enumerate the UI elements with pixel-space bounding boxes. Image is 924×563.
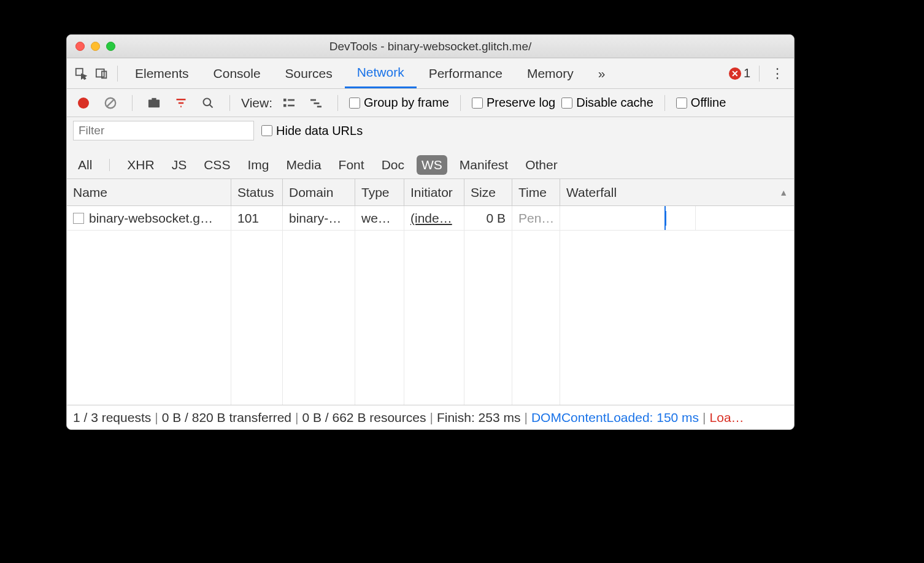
col-status[interactable]: Status bbox=[231, 179, 283, 205]
col-type[interactable]: Type bbox=[355, 179, 404, 205]
col-size[interactable]: Size bbox=[464, 179, 512, 205]
status-dcl: DOMContentLoaded: 150 ms bbox=[531, 410, 699, 425]
table-body: binary-websocket.g… 101 binary-… we… (in… bbox=[67, 206, 794, 405]
svg-rect-6 bbox=[152, 98, 156, 100]
svg-rect-1 bbox=[96, 69, 104, 77]
filter-input[interactable] bbox=[73, 121, 254, 140]
filter-other[interactable]: Other bbox=[520, 155, 563, 175]
col-time[interactable]: Time bbox=[512, 179, 560, 205]
filter-media[interactable]: Media bbox=[281, 155, 326, 175]
tab-elements[interactable]: Elements bbox=[123, 58, 201, 88]
waterfall-marker bbox=[664, 206, 666, 230]
table-header: Name Status Domain Type Initiator Size T… bbox=[67, 179, 794, 206]
more-options-icon[interactable]: ⋮ bbox=[764, 66, 790, 82]
divider bbox=[117, 66, 118, 82]
cell-size: 0 B bbox=[464, 206, 512, 230]
preserve-log-checkbox[interactable]: Preserve log bbox=[472, 96, 555, 110]
hide-data-urls-checkbox[interactable]: Hide data URLs bbox=[261, 124, 363, 138]
divider bbox=[337, 95, 338, 111]
col-name[interactable]: Name bbox=[67, 179, 231, 205]
status-resources: 0 B / 662 B resources bbox=[302, 410, 426, 425]
svg-rect-10 bbox=[288, 99, 295, 101]
filter-bar: Hide data URLs All XHR JS CSS Img Media … bbox=[67, 117, 794, 179]
window-title: DevTools - binary-websocket.glitch.me/ bbox=[67, 40, 794, 53]
status-transferred: 0 B / 820 B transferred bbox=[162, 410, 291, 425]
svg-rect-14 bbox=[314, 102, 319, 104]
close-window-button[interactable] bbox=[75, 42, 85, 51]
cell-domain: binary-… bbox=[283, 206, 355, 230]
filter-all[interactable]: All bbox=[73, 155, 97, 175]
filter-xhr[interactable]: XHR bbox=[122, 155, 159, 175]
view-label: View: bbox=[241, 96, 272, 110]
devtools-window: DevTools - binary-websocket.glitch.me/ E… bbox=[66, 34, 795, 430]
offline-checkbox[interactable]: Offline bbox=[676, 96, 726, 110]
inspect-element-icon[interactable] bbox=[71, 63, 91, 84]
capture-screenshot-icon[interactable] bbox=[144, 93, 164, 113]
table-row[interactable]: binary-websocket.g… 101 binary-… we… (in… bbox=[67, 206, 794, 231]
error-icon: ✕ bbox=[729, 67, 741, 80]
error-count-badge[interactable]: ✕ 1 bbox=[729, 66, 750, 80]
filter-ws[interactable]: WS bbox=[417, 155, 447, 175]
divider bbox=[664, 95, 665, 111]
col-domain[interactable]: Domain bbox=[283, 179, 355, 205]
waterfall-view-icon[interactable] bbox=[306, 93, 326, 113]
window-controls bbox=[67, 42, 115, 51]
cell-initiator: (inde… bbox=[404, 206, 464, 230]
status-load: Loa… bbox=[710, 410, 744, 425]
col-waterfall[interactable]: Waterfall▲ bbox=[560, 179, 794, 205]
tab-console[interactable]: Console bbox=[201, 58, 273, 88]
svg-point-7 bbox=[204, 98, 211, 105]
zoom-window-button[interactable] bbox=[106, 42, 115, 51]
filter-doc[interactable]: Doc bbox=[377, 155, 409, 175]
titlebar: DevTools - binary-websocket.glitch.me/ bbox=[67, 35, 794, 58]
cell-type: we… bbox=[355, 206, 404, 230]
large-rows-icon[interactable] bbox=[279, 93, 299, 113]
svg-rect-5 bbox=[148, 99, 160, 107]
main-tabs: Elements Console Sources Network Perform… bbox=[67, 58, 794, 89]
clear-button[interactable] bbox=[100, 93, 121, 113]
cell-waterfall bbox=[560, 206, 794, 230]
cell-time: Pen… bbox=[512, 206, 560, 230]
network-toolbar: View: Group by frame Preserve log Disabl… bbox=[67, 89, 794, 117]
cell-name: binary-websocket.g… bbox=[67, 206, 231, 230]
disable-cache-checkbox[interactable]: Disable cache bbox=[561, 96, 653, 110]
svg-rect-13 bbox=[310, 99, 316, 101]
group-by-frame-checkbox[interactable]: Group by frame bbox=[349, 96, 449, 110]
filter-manifest[interactable]: Manifest bbox=[455, 155, 513, 175]
tab-memory[interactable]: Memory bbox=[515, 58, 586, 88]
svg-rect-15 bbox=[317, 105, 321, 107]
divider bbox=[460, 95, 461, 111]
filter-css[interactable]: CSS bbox=[199, 155, 235, 175]
status-finish: Finish: 253 ms bbox=[437, 410, 521, 425]
svg-rect-11 bbox=[283, 104, 287, 107]
tabs-overflow[interactable]: » bbox=[586, 58, 618, 88]
file-icon bbox=[73, 213, 84, 224]
filter-font[interactable]: Font bbox=[334, 155, 369, 175]
filter-img[interactable]: Img bbox=[242, 155, 274, 175]
search-icon[interactable] bbox=[198, 93, 218, 113]
divider bbox=[229, 95, 230, 111]
record-button[interactable] bbox=[73, 93, 94, 113]
error-count: 1 bbox=[744, 66, 750, 80]
sort-asc-icon: ▲ bbox=[779, 188, 788, 197]
divider bbox=[759, 66, 760, 82]
cell-status: 101 bbox=[231, 206, 283, 230]
status-bar: 1 / 3 requests | 0 B / 820 B transferred… bbox=[67, 405, 794, 429]
svg-rect-12 bbox=[288, 104, 295, 106]
tab-performance[interactable]: Performance bbox=[417, 58, 515, 88]
svg-line-8 bbox=[210, 104, 213, 107]
divider bbox=[109, 159, 110, 171]
tab-network[interactable]: Network bbox=[345, 58, 417, 88]
divider bbox=[132, 95, 133, 111]
svg-rect-9 bbox=[283, 98, 287, 101]
status-requests: 1 / 3 requests bbox=[73, 410, 151, 425]
minimize-window-button[interactable] bbox=[91, 42, 100, 51]
filter-icon[interactable] bbox=[171, 93, 191, 113]
tab-sources[interactable]: Sources bbox=[273, 58, 345, 88]
svg-line-4 bbox=[107, 99, 115, 107]
filter-js[interactable]: JS bbox=[167, 155, 192, 175]
col-initiator[interactable]: Initiator bbox=[404, 179, 464, 205]
device-toolbar-icon[interactable] bbox=[91, 63, 112, 84]
